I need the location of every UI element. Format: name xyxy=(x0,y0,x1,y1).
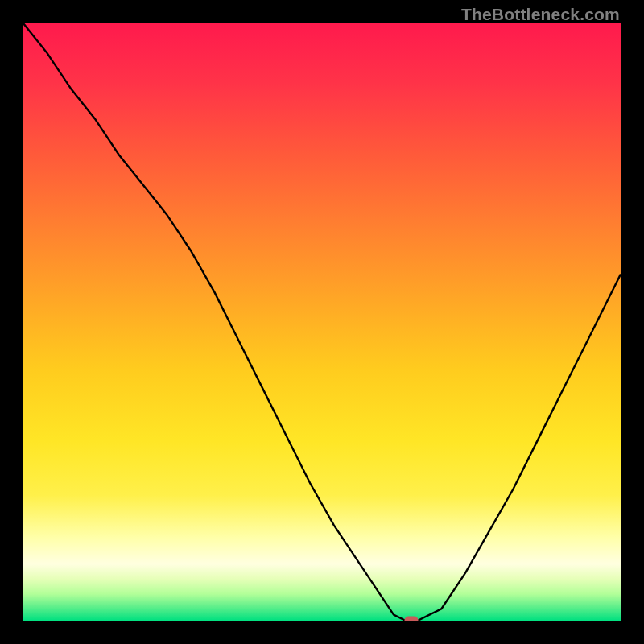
optimum-marker xyxy=(405,617,419,621)
curve-layer xyxy=(23,23,621,621)
chart-frame: TheBottleneck.com xyxy=(0,0,644,644)
watermark-text: TheBottleneck.com xyxy=(461,5,620,24)
bottleneck-curve xyxy=(23,23,621,621)
plot-area xyxy=(23,23,621,621)
